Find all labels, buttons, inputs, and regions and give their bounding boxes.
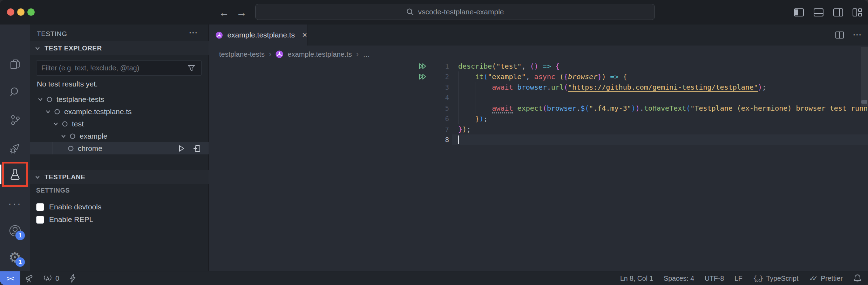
close-window-button[interactable] (7, 8, 14, 16)
section-test-explorer[interactable]: TEST EXPLORER (30, 41, 209, 55)
setting-enable-devtools[interactable]: Enable devtools (36, 202, 101, 212)
accounts-badge: 1 (15, 231, 25, 240)
code-line[interactable]: await expect(browser.$(".f4.my-3")).toHa… (458, 103, 868, 113)
code-line[interactable]: it("example", async ({browser}) => { (458, 71, 627, 82)
editor-more-actions[interactable]: ⋯ (853, 29, 862, 40)
tree-item-label: chrome (78, 144, 102, 153)
line-number: 1 (419, 61, 449, 71)
ports-count: 0 (55, 274, 59, 283)
tree-item-chrome[interactable]: chrome (30, 142, 209, 154)
lightning-icon[interactable] (68, 274, 77, 283)
status-item-utf-8[interactable]: UTF-8 (705, 274, 724, 283)
tab-close-icon[interactable]: × (302, 30, 307, 40)
code-line[interactable]: await browser.url("https://github.com/ge… (458, 82, 766, 92)
code-line[interactable]: describe("test", () => { (458, 61, 560, 71)
line-number: 2 (419, 71, 449, 82)
filter-icon[interactable] (187, 64, 196, 73)
status-item-label: UTF-8 (705, 274, 724, 283)
checkbox-label: Enable devtools (49, 203, 101, 211)
bell-icon[interactable] (853, 274, 862, 283)
run-test-icon[interactable] (177, 144, 185, 153)
code-line[interactable]: }); (458, 124, 471, 134)
split-editor-icon[interactable] (834, 30, 845, 40)
annotation-highlight-box (2, 162, 28, 187)
status-item-spaces-4[interactable]: Spaces: 4 (664, 274, 694, 283)
setting-enable-repl[interactable]: Enable REPL (36, 214, 93, 225)
status-item-ln-8-col-1[interactable]: Ln 8, Col 1 (620, 274, 653, 283)
accounts-button[interactable]: 1 (0, 218, 30, 243)
ports-status[interactable]: 0 (43, 274, 59, 283)
test-filter-input[interactable] (36, 60, 202, 76)
tree-item-test[interactable]: test (30, 118, 209, 130)
source-control-icon (9, 114, 21, 126)
chevron-down-icon[interactable] (52, 120, 59, 127)
tree-item-example[interactable]: example (30, 130, 209, 142)
indent-guide (458, 92, 459, 103)
code-editor[interactable]: 1describe("test", () => {2 it("example",… (209, 60, 868, 271)
settings-button[interactable]: ⚙ 1 (0, 245, 30, 270)
editor-scrollbar[interactable] (861, 47, 868, 106)
go-to-test-icon[interactable] (192, 144, 202, 153)
tree-indent-guide (53, 142, 53, 154)
status-item-prettier[interactable]: ✓✓Prettier (809, 274, 843, 283)
chevron-down-icon (34, 174, 41, 181)
section-testplane[interactable]: TESTPLANE (30, 170, 209, 184)
broadcast-icon (43, 274, 53, 283)
double-check-icon: ✓✓ (809, 274, 818, 283)
tree-item-testplane-tests[interactable]: testplane-tests (30, 93, 209, 105)
breadcrumb-item[interactable]: testplane-tests (219, 50, 265, 58)
sidebar-title: TESTING (37, 30, 67, 38)
additional-views-button[interactable]: ··· (0, 191, 30, 216)
breadcrumb-item[interactable]: example.testplane.ts (287, 50, 352, 58)
testplane-icon (216, 30, 223, 40)
search-icon (9, 86, 21, 98)
chevron-down-icon[interactable] (37, 96, 44, 103)
navigate-back-button[interactable]: ← (218, 7, 230, 19)
run-debug-icon (8, 141, 22, 155)
titlebar: ← → vscode-testplane-example (0, 0, 868, 25)
line-number: 8 (419, 134, 449, 145)
breadcrumb[interactable]: testplane-tests › example.testplane.ts ›… (219, 48, 370, 60)
command-center-search[interactable]: vscode-testplane-example (255, 4, 655, 20)
toggle-primary-sidebar-icon[interactable] (793, 6, 805, 18)
minimize-window-button[interactable] (17, 8, 25, 16)
status-item-typescript[interactable]: {}TypeScript (753, 274, 799, 283)
test-status-icon (62, 121, 68, 127)
search-text: vscode-testplane-example (418, 8, 504, 16)
checkbox-label: Enable REPL (49, 215, 93, 224)
current-line-highlight (452, 134, 868, 145)
checkbox[interactable] (36, 216, 44, 224)
section-label: TESTPLANE (45, 173, 86, 181)
breadcrumb-separator: › (356, 50, 359, 59)
tab-label: example.testplane.ts (227, 31, 295, 39)
sidebar-item-run-and-debug[interactable] (0, 136, 30, 160)
toggle-panel-icon[interactable] (813, 6, 825, 18)
chevron-down-icon[interactable] (45, 108, 52, 115)
toggle-secondary-sidebar-icon[interactable] (832, 6, 844, 18)
chevron-down-icon[interactable] (60, 133, 67, 140)
tree-item-example.testplane.ts[interactable]: example.testplane.ts (30, 105, 209, 118)
sidebar-item-explorer[interactable] (0, 53, 30, 77)
navigate-forward-button[interactable]: → (236, 7, 247, 19)
testing-sidebar: TESTING ⋯ TEST EXPLORER No test results … (30, 25, 209, 271)
sidebar-item-source-control[interactable] (0, 108, 30, 132)
maximize-window-button[interactable] (27, 8, 35, 16)
tab-strip: example.testplane.ts × ⋯ (209, 25, 868, 46)
checkbox[interactable] (36, 203, 44, 211)
sidebar-more-actions[interactable]: ⋯ (189, 27, 198, 38)
telescope-icon[interactable] (25, 274, 34, 283)
status-item-label: LF (734, 274, 742, 283)
line-number: 6 (419, 113, 449, 124)
tab-example-testplane-ts[interactable]: example.testplane.ts × (209, 25, 307, 46)
remote-indicator[interactable]: >< (0, 271, 20, 285)
tree-item-label: example (80, 132, 107, 140)
customize-layout-icon[interactable] (851, 6, 863, 18)
files-icon (9, 58, 21, 71)
line-number: 4 (419, 92, 449, 103)
code-line[interactable]: }); (458, 113, 488, 124)
status-item-lf[interactable]: LF (734, 274, 742, 283)
breadcrumb-item[interactable]: … (363, 50, 370, 58)
sidebar-item-search[interactable] (0, 80, 30, 104)
tree-item-label: test (72, 120, 84, 128)
breadcrumb-separator: › (269, 50, 271, 59)
